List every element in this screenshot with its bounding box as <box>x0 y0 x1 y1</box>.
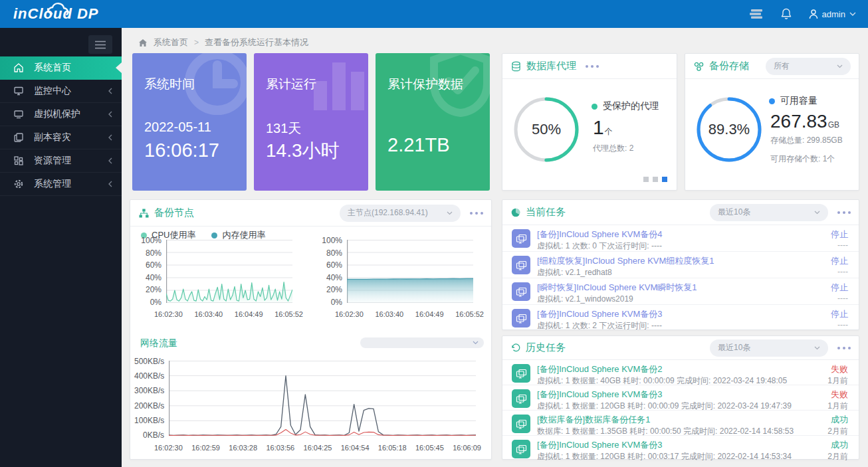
user-menu[interactable]: admin <box>809 9 856 19</box>
history-task-row: [数据库备份]数据库备份任务1 数据库: 1 数据量: 1.35GB 耗时: 0… <box>502 411 859 436</box>
vm-task-icon <box>512 282 530 301</box>
sidebar-item-label: 资源管理 <box>34 155 71 167</box>
tick-label: 60% <box>318 260 342 270</box>
current-tasks-filter-select[interactable]: 最近10条 <box>710 204 828 221</box>
task-title-link[interactable]: [细粒度恢复]InCloud Sphere KVM细粒度恢复1 <box>537 255 714 267</box>
history-task-row: [备份]InCloud Sphere KVM备份2 虚拟机: 1 数据量: 40… <box>502 360 859 385</box>
pager-dot[interactable] <box>653 177 658 182</box>
history-tasks-more-menu[interactable] <box>837 347 851 349</box>
copy-document-icon <box>13 132 25 143</box>
sidebar-item-replica-dr[interactable]: 副本容灾 <box>0 126 122 149</box>
system-date: 2022-05-11 <box>144 120 211 135</box>
breadcrumb-separator: > <box>194 38 199 47</box>
legend-dot <box>592 104 597 110</box>
vm-task-icon <box>512 389 530 408</box>
breadcrumb: 系统首页 > 查看备份系统运行基本情况 <box>138 37 308 48</box>
sidebar-item-home[interactable]: 系统首页 <box>0 56 122 80</box>
stop-task-button[interactable]: 停止 <box>831 308 848 320</box>
task-title-link[interactable]: [备份]InCloud Sphere KVM备份3 <box>537 439 663 451</box>
cpu-usage-chart: 100%80%60%40%20%0% 16:02:3016:03:4016:04… <box>137 238 307 318</box>
sidebar-item-vm-protection[interactable]: 虚拟机保护 <box>0 103 122 126</box>
chevron-left-icon <box>108 134 112 141</box>
panel-title-text: 备份存储 <box>709 60 749 72</box>
breadcrumb-current: 查看备份系统运行基本情况 <box>205 37 308 48</box>
backup-storage-header: 备份存储 所有 <box>685 54 859 79</box>
server-list-icon[interactable] <box>750 9 764 19</box>
node-select-value: 主节点(192.168.94.41) <box>348 207 428 219</box>
tick-label: 0% <box>137 298 162 307</box>
vm-task-icon <box>512 256 530 274</box>
chevron-down-icon <box>447 211 453 215</box>
current-tasks-title: 当前任务 <box>510 206 566 219</box>
sidebar-collapse-button[interactable] <box>88 35 112 54</box>
task-title-link[interactable]: [备份]InCloud Sphere KVM备份4 <box>537 229 663 240</box>
vm-task-icon <box>512 229 530 248</box>
history-tasks-filter-select[interactable]: 最近10条 <box>710 339 828 357</box>
network-traffic-title: 网络流量 <box>140 337 177 349</box>
tick-label: 0% <box>318 298 342 307</box>
tick-label: 200KB/s <box>134 401 164 411</box>
history-tasks-header: 历史任务 最近10条 <box>502 336 859 360</box>
tick-label: 100KB/s <box>134 416 164 425</box>
chevron-down-icon <box>837 64 843 68</box>
app-logo[interactable]: inCloud DP <box>13 0 99 28</box>
sidebar-item-resource-mgmt[interactable]: 资源管理 <box>0 149 122 173</box>
sidebar-item-monitor-center[interactable]: 监控中心 <box>0 80 122 103</box>
tick-label: 16:02:30 <box>154 310 183 318</box>
unit-label: GB <box>828 120 839 130</box>
memory-chart-plot <box>347 240 473 303</box>
tick-label: 16:02:59 <box>191 444 220 452</box>
home-icon <box>13 62 25 73</box>
user-icon <box>809 9 818 19</box>
legend-dot <box>769 98 775 104</box>
gear-icon <box>13 179 25 189</box>
current-tasks-more-menu[interactable] <box>837 211 851 214</box>
task-title-link[interactable]: [备份]InCloud Sphere KVM备份3 <box>537 389 663 401</box>
task-detail: 虚拟机: v2.1_redhat8 <box>537 267 612 278</box>
tick-label: 16:05:45 <box>415 444 444 452</box>
storage-filter-select[interactable]: 所有 <box>766 58 851 75</box>
task-age: 2月前 <box>827 451 848 462</box>
db-agent-more-menu[interactable] <box>586 65 599 68</box>
tick-label: 80% <box>318 248 342 258</box>
pager-dot-active[interactable] <box>662 177 667 182</box>
breadcrumb-home[interactable]: 系统首页 <box>154 37 188 48</box>
cpu-chart-plot <box>166 240 292 303</box>
current-tasks-header: 当前任务 最近10条 <box>502 200 859 225</box>
task-detail: 虚拟机: 1 次数: 0 下次运行时间: ---- <box>537 240 662 252</box>
user-name: admin <box>822 9 845 19</box>
card-protected-data: 累计保护数据 2.21TB <box>376 53 490 191</box>
tick-label: 400KB/s <box>134 371 164 381</box>
notification-bell-icon[interactable] <box>781 8 792 20</box>
node-select[interactable]: 主节点(192.168.94.41) <box>340 205 461 222</box>
chevron-left-icon <box>108 111 112 118</box>
chevron-down-icon <box>849 12 856 16</box>
task-title-link[interactable]: [瞬时恢复]InCloud Sphere KVM瞬时恢复1 <box>537 282 697 294</box>
network-chart-plot <box>169 361 476 436</box>
storage-cluster-icon <box>693 61 705 72</box>
stop-task-button[interactable]: 停止 <box>831 229 848 240</box>
sidebar: 系统首页 监控中心 虚拟机保护 副本容灾 资源管理 系统管理 <box>0 28 122 467</box>
tick-label: 16:04:54 <box>341 444 370 452</box>
pager-dot[interactable] <box>643 177 649 182</box>
status-badge: 失败 <box>831 389 848 401</box>
task-title-link[interactable]: [备份]InCloud Sphere KVM备份3 <box>537 308 663 320</box>
tick-label: 20% <box>137 285 162 294</box>
task-title-link[interactable]: [备份]InCloud Sphere KVM备份2 <box>537 363 663 375</box>
available-storage-count: 可用存储个数: 1个 <box>770 153 843 165</box>
card-title: 累计运行 <box>266 76 316 93</box>
chevron-down-icon <box>814 211 820 215</box>
sidebar-item-system-mgmt[interactable]: 系统管理 <box>0 173 122 196</box>
stop-task-button[interactable]: 停止 <box>831 255 848 267</box>
stop-task-button[interactable]: 停止 <box>831 282 848 294</box>
chevron-left-icon <box>108 88 112 94</box>
panel-title-text: 当前任务 <box>526 206 566 219</box>
chevron-left-icon <box>108 157 112 164</box>
backup-node-title: 备份节点 <box>138 207 194 219</box>
task-title-link[interactable]: [数据库备份]数据库备份任务1 <box>537 414 650 426</box>
history-tasks-panel: 历史任务 最近10条 [备份]InCloud Sphere KVM备份2 虚拟机… <box>502 335 859 460</box>
backup-storage-panel: 备份存储 所有 89.3% 可用容量 267.83GB 存储总量: 299.85… <box>685 53 859 191</box>
network-interface-select[interactable] <box>360 337 484 348</box>
vm-task-icon <box>512 440 530 458</box>
backup-node-more-menu[interactable] <box>470 212 483 215</box>
